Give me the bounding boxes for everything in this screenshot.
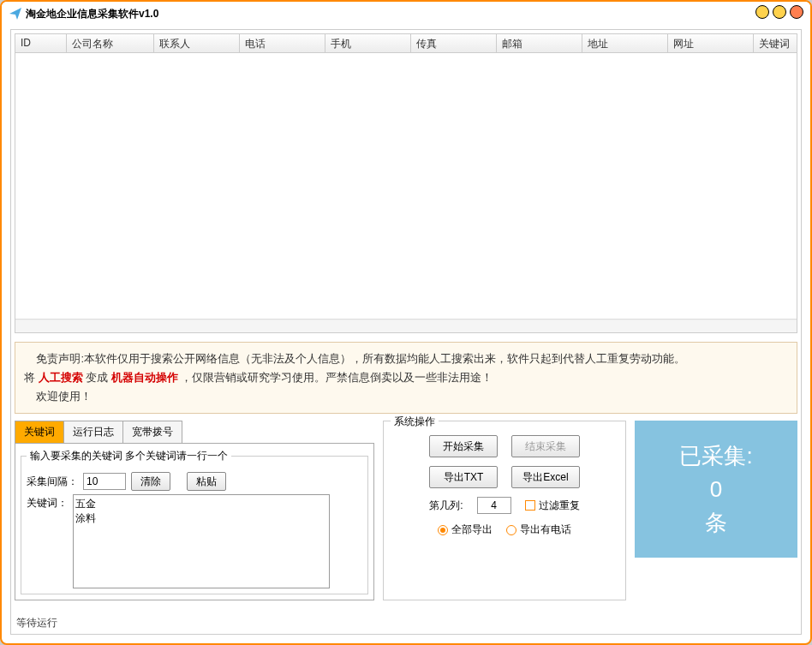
counter-label-top: 已采集: bbox=[679, 439, 752, 473]
tab-dial[interactable]: 宽带拨号 bbox=[123, 421, 182, 443]
minimize-button[interactable] bbox=[755, 5, 769, 19]
sysop-title: 系统操作 bbox=[391, 415, 439, 429]
notice-red2: 机器自动操作 bbox=[111, 371, 178, 384]
notice-line1: 免责声明:本软件仅用于搜索公开网络信息（无非法及个人信息），所有数据均能人工搜索… bbox=[36, 352, 685, 365]
counter-label-bottom: 条 bbox=[705, 506, 727, 540]
col-phone[interactable]: 电话 bbox=[240, 34, 325, 52]
tab-keyword[interactable]: 关键词 bbox=[15, 421, 64, 443]
start-collect-button[interactable]: 开始采集 bbox=[429, 435, 498, 457]
keyword-hint: 输入要采集的关键词 多个关键词请一行一个 bbox=[27, 449, 231, 463]
system-operations: 系统操作 开始采集 结束采集 导出TXT 导出Excel 第几列: 过滤重复 bbox=[383, 421, 626, 600]
interval-label: 采集间隔： bbox=[27, 475, 78, 489]
col-keyword[interactable]: 关键词 bbox=[754, 34, 797, 52]
col-mobile[interactable]: 手机 bbox=[325, 34, 411, 52]
window-title: 淘金地企业信息采集软件v1.0 bbox=[26, 7, 158, 21]
tabs: 关键词 运行日志 宽带拨号 bbox=[15, 421, 374, 443]
export-phone-radio[interactable]: 导出有电话 bbox=[506, 523, 571, 537]
table-header: ID 公司名称 联系人 电话 手机 传真 邮箱 地址 网址 关键词 bbox=[15, 34, 797, 53]
col-fax[interactable]: 传真 bbox=[411, 34, 497, 52]
notice-line3: 欢迎使用！ bbox=[36, 390, 92, 403]
notice-red1: 人工搜索 bbox=[39, 371, 83, 384]
col-email[interactable]: 邮箱 bbox=[497, 34, 582, 52]
clear-button[interactable]: 清除 bbox=[131, 472, 170, 491]
column-label: 第几列: bbox=[429, 499, 463, 513]
col-contact[interactable]: 联系人 bbox=[154, 34, 240, 52]
horizontal-scrollbar[interactable] bbox=[15, 319, 797, 332]
results-table: ID 公司名称 联系人 电话 手机 传真 邮箱 地址 网址 关键词 bbox=[15, 33, 797, 333]
stop-collect-button[interactable]: 结束采集 bbox=[511, 435, 580, 457]
col-company[interactable]: 公司名称 bbox=[67, 34, 154, 52]
export-all-radio[interactable]: 全部导出 bbox=[438, 523, 493, 537]
export-txt-button[interactable]: 导出TXT bbox=[429, 466, 498, 488]
app-icon bbox=[9, 7, 22, 21]
close-button[interactable] bbox=[790, 5, 803, 19]
counter-value: 0 bbox=[710, 473, 722, 506]
export-excel-button[interactable]: 导出Excel bbox=[511, 466, 580, 488]
filter-duplicate-checkbox[interactable]: 过滤重复 bbox=[525, 499, 580, 513]
col-url[interactable]: 网址 bbox=[668, 34, 754, 52]
tabpanel-keyword: 输入要采集的关键词 多个关键词请一行一个 采集间隔： 清除 粘贴 关键词： bbox=[15, 443, 374, 600]
paste-button[interactable]: 粘贴 bbox=[187, 472, 226, 491]
maximize-button[interactable] bbox=[773, 5, 786, 19]
keyword-label: 关键词： bbox=[27, 494, 68, 511]
status-bar: 等待运行 bbox=[16, 616, 57, 630]
col-id[interactable]: ID bbox=[15, 34, 67, 52]
col-address[interactable]: 地址 bbox=[582, 34, 668, 52]
tab-log[interactable]: 运行日志 bbox=[64, 421, 123, 443]
column-input[interactable] bbox=[477, 497, 511, 514]
interval-input[interactable] bbox=[83, 473, 126, 490]
keyword-textarea[interactable] bbox=[73, 494, 330, 588]
collected-counter: 已采集: 0 条 bbox=[635, 421, 797, 558]
disclaimer-notice: 免责声明:本软件仅用于搜索公开网络信息（无非法及个人信息），所有数据均能人工搜索… bbox=[15, 342, 797, 414]
titlebar: 淘金地企业信息采集软件v1.0 bbox=[2, 2, 810, 26]
